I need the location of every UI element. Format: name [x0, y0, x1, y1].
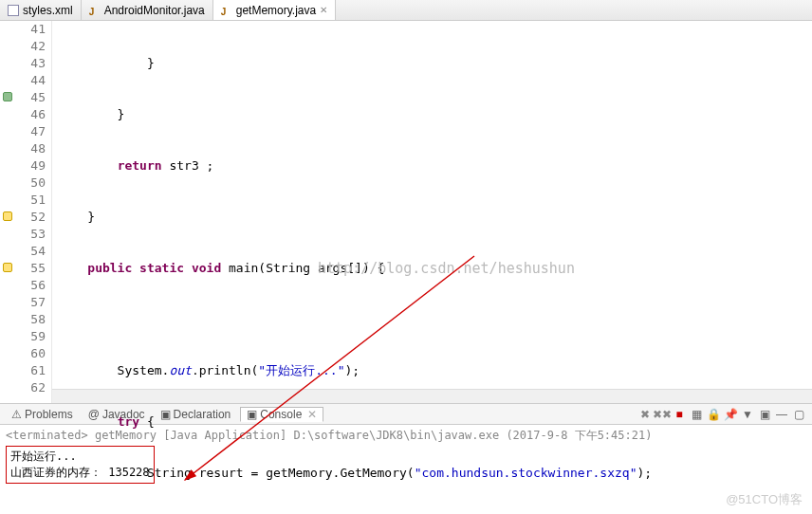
- fold-icon[interactable]: [3, 92, 12, 101]
- code-line: }: [58, 106, 812, 123]
- code-line: System.out.println("开始运行...");: [58, 362, 812, 379]
- close-icon[interactable]: ✕: [320, 5, 327, 15]
- code-line: }: [58, 209, 812, 226]
- warning-icon[interactable]: [3, 211, 12, 221]
- line-number: 47: [0, 123, 46, 140]
- code-line: [58, 311, 812, 328]
- line-number: 57: [0, 294, 46, 311]
- line-number: 53: [0, 226, 46, 243]
- line-number: 49: [0, 157, 46, 174]
- line-number: 51: [0, 192, 46, 209]
- xml-icon: [8, 5, 19, 16]
- code-line: String resurt = getMemory.GetMemory("com…: [58, 465, 812, 482]
- horizontal-scrollbar[interactable]: [52, 389, 812, 403]
- line-number: 54: [0, 243, 46, 260]
- line-number: 59: [0, 328, 46, 345]
- line-number: 60: [0, 345, 46, 362]
- line-number: 58: [0, 311, 46, 328]
- java-icon: [221, 5, 232, 16]
- code-editor[interactable]: 41 42 43 44 45 46 47 48 49 50 51 52 53 5…: [0, 21, 812, 403]
- warning-icon[interactable]: [3, 263, 12, 272]
- code-line: return str3 ;: [58, 157, 812, 174]
- tab-label: getMemory.java: [236, 4, 316, 17]
- tab-styles-xml[interactable]: styles.xml: [0, 0, 82, 20]
- java-icon: [89, 5, 101, 16]
- line-number: 50: [0, 174, 46, 192]
- line-number: 44: [0, 72, 46, 89]
- line-number: 48: [0, 140, 46, 157]
- line-number: 61: [0, 362, 46, 379]
- editor-tabs: styles.xml AndroidMonitor.java getMemory…: [0, 0, 812, 21]
- line-gutter: 41 42 43 44 45 46 47 48 49 50 51 52 53 5…: [0, 21, 52, 403]
- footer-watermark: @51CTO博客: [726, 491, 803, 508]
- line-number: 55: [0, 260, 46, 277]
- line-number: 41: [0, 21, 46, 38]
- line-number: 42: [0, 38, 46, 55]
- code-line: public static void main(String args[]) {: [58, 260, 812, 277]
- code-line: }: [58, 55, 812, 72]
- code-area[interactable]: } } return str3 ; } public static void m…: [52, 21, 812, 403]
- line-number: 52: [0, 209, 46, 226]
- tab-android-monitor[interactable]: AndroidMonitor.java: [82, 0, 213, 20]
- line-number: 56: [0, 277, 46, 294]
- line-number: 46: [0, 106, 46, 123]
- tab-label: styles.xml: [23, 4, 73, 17]
- tab-get-memory[interactable]: getMemory.java✕: [213, 0, 336, 20]
- tab-label: AndroidMonitor.java: [104, 4, 205, 17]
- line-number: 43: [0, 55, 46, 72]
- line-number: 45: [0, 89, 46, 106]
- code-line: try {: [58, 413, 812, 431]
- problems-icon: ⚠: [11, 408, 22, 421]
- line-number: 62: [0, 379, 46, 396]
